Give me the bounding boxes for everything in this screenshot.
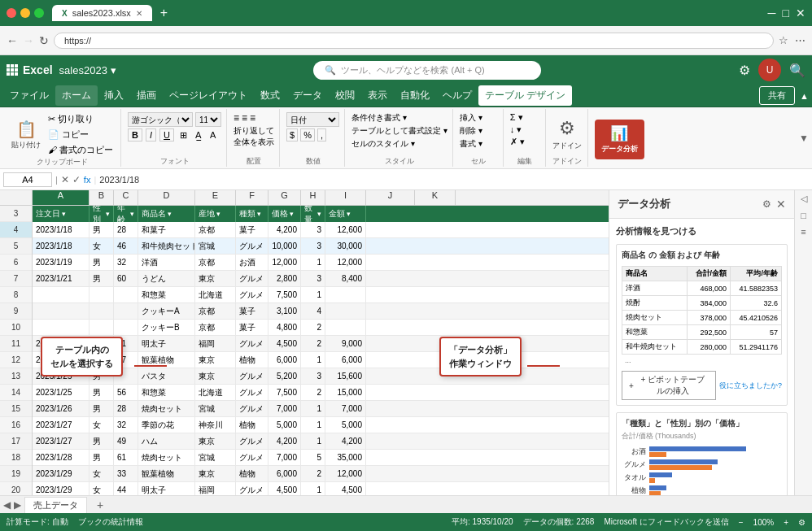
table-row[interactable]: クッキーB京都菓子4,8002 (33, 320, 609, 336)
cell[interactable]: 10,000 (268, 238, 301, 254)
cell[interactable]: 福岡 (195, 336, 236, 351)
table-row[interactable]: 2023/1/25男56和惣菜北海道グルメ7,500215,000 (33, 385, 609, 401)
cell[interactable]: 2023/1/21 (33, 271, 89, 286)
table-row[interactable]: 2023/1/26男28焼肉セット宮城グルメ7,00017,000 (33, 401, 609, 417)
cell[interactable]: 12,000 (268, 255, 301, 270)
maximize-btn[interactable] (34, 8, 44, 18)
panel-settings-icon[interactable]: ⚙ (762, 198, 771, 210)
nav-right-icon[interactable]: ▶ (14, 499, 21, 511)
cell[interactable]: 和菓子 (138, 222, 195, 237)
ribbon-expand-icon[interactable]: ▼ (799, 133, 809, 144)
cell[interactable]: 季節の花 (138, 417, 195, 433)
cell-reference-input[interactable] (3, 172, 52, 187)
menu-review[interactable]: 校閲 (329, 85, 361, 106)
menu-page-layout[interactable]: ページレイアウト (163, 85, 254, 106)
cell[interactable]: 49 (114, 433, 138, 449)
cell[interactable]: 15,000 (325, 385, 366, 400)
cell[interactable]: 5 (301, 450, 325, 465)
cell[interactable]: うどん (138, 271, 195, 286)
cell[interactable] (89, 320, 114, 335)
refresh-button[interactable]: ↻ (39, 34, 49, 47)
cell[interactable]: 30,000 (325, 238, 366, 254)
format-painter-button[interactable]: 🖌 書式のコピー (46, 143, 116, 157)
cell[interactable]: 28 (114, 401, 138, 416)
cell[interactable]: 4,500 (268, 482, 301, 495)
back-button[interactable]: ← (7, 34, 18, 47)
delete-cells-button[interactable]: 削除 ▾ (460, 125, 498, 137)
search-toggle-icon[interactable]: 🔍 (789, 63, 805, 78)
cell[interactable]: 2023/1/26 (33, 401, 89, 416)
table-row[interactable]: 2023/1/18女46和牛焼肉セット宮城グルメ10,000330,000 (33, 238, 609, 255)
cell[interactable] (33, 303, 89, 319)
cell[interactable]: グルメ (236, 287, 268, 302)
cell[interactable]: 京都 (195, 255, 236, 270)
cell[interactable] (33, 320, 89, 335)
cell[interactable]: 焼肉セット (138, 450, 195, 465)
wrap-text-button[interactable]: 折り返して全体を表示 (234, 125, 274, 148)
cell[interactable]: 焼肉セット (138, 401, 195, 416)
cell[interactable]: 46 (114, 238, 138, 254)
cell[interactable]: 2 (301, 320, 325, 335)
sidebar-expand-icon[interactable]: ◁ (801, 194, 807, 204)
cell[interactable]: 60 (114, 271, 138, 286)
cell[interactable]: 福岡 (195, 482, 236, 495)
cell[interactable]: グルメ (236, 238, 268, 254)
cell[interactable]: 1 (301, 433, 325, 449)
settings-icon-status[interactable]: ⚙ (798, 518, 805, 527)
cell-styles-button[interactable]: セルのスタイル ▾ (351, 138, 447, 150)
cell[interactable]: 1 (301, 401, 325, 416)
cell[interactable]: 2,800 (268, 271, 301, 286)
window-maximize-icon[interactable]: □ (783, 7, 789, 20)
table-row[interactable]: 2023/1/28男61焼肉セット宮城グルメ7,000535,000 (33, 450, 609, 466)
cell[interactable]: 1 (301, 255, 325, 270)
cell[interactable]: 1 (301, 287, 325, 302)
paste-button[interactable]: 📋 貼り付け (8, 118, 44, 152)
cell[interactable] (114, 287, 138, 302)
zoom-minus-button[interactable]: − (739, 518, 744, 527)
cell[interactable]: 9,000 (325, 336, 366, 351)
menu-view[interactable]: 表示 (361, 85, 394, 106)
cell[interactable]: 2 (301, 385, 325, 400)
table-row[interactable]: クッキーA京都菓子3,1004 (33, 303, 609, 320)
cell[interactable]: 菓子 (236, 303, 268, 319)
font-selector[interactable]: 游ゴシック（本文） (128, 112, 193, 127)
cell[interactable]: 菓子 (236, 320, 268, 335)
menu-automate[interactable]: 自動化 (394, 85, 436, 106)
cell[interactable]: 3 (301, 271, 325, 286)
cell[interactable] (325, 303, 366, 319)
cell[interactable]: 北海道 (195, 287, 236, 302)
number-format-selector[interactable]: 日付 (286, 112, 339, 127)
cell[interactable]: パスタ (138, 368, 195, 384)
cell[interactable]: 4 (301, 303, 325, 319)
fill-color-button[interactable]: A̲ (193, 129, 204, 141)
menu-home[interactable]: ホーム (55, 85, 98, 106)
format-cells-button[interactable]: 書式 ▾ (460, 138, 498, 150)
cell[interactable] (114, 303, 138, 319)
comma-button[interactable]: , (317, 128, 326, 141)
cell[interactable]: 2023/1/25 (33, 385, 89, 400)
user-avatar[interactable]: U (758, 59, 781, 81)
cell[interactable]: 女 (89, 417, 114, 433)
cell[interactable]: 7,000 (268, 450, 301, 465)
cell[interactable]: 5,000 (325, 417, 366, 433)
file-dropdown-icon[interactable]: ▾ (111, 64, 116, 76)
table-row[interactable]: 2023/1/27男49ハム東京グルメ4,20014,200 (33, 433, 609, 450)
cell[interactable]: 8,400 (325, 271, 366, 286)
cell[interactable]: 61 (114, 450, 138, 465)
cell[interactable]: 3 (301, 222, 325, 237)
table-row[interactable]: 2023/1/18男28和菓子京都菓子4,200312,600 (33, 222, 609, 238)
cell[interactable]: 2023/1/29 (33, 482, 89, 495)
cell[interactable]: 4,200 (268, 433, 301, 449)
insert-cells-button[interactable]: 挿入 ▾ (460, 112, 498, 124)
cell[interactable]: グルメ (236, 433, 268, 449)
cell[interactable]: 7,000 (268, 401, 301, 416)
cell[interactable] (89, 287, 114, 302)
copy-button[interactable]: 📄 コピー (46, 128, 116, 141)
cell[interactable]: 女 (89, 238, 114, 254)
cell[interactable]: 和惣菜 (138, 385, 195, 400)
table-row[interactable]: 2023/1/21男60うどん東京グルメ2,80038,400 (33, 271, 609, 287)
cell[interactable]: 3 (301, 238, 325, 254)
cut-button[interactable]: ✂ 切り取り (46, 112, 116, 126)
percent-button[interactable]: % (300, 128, 315, 141)
cell[interactable]: 5,000 (268, 417, 301, 433)
